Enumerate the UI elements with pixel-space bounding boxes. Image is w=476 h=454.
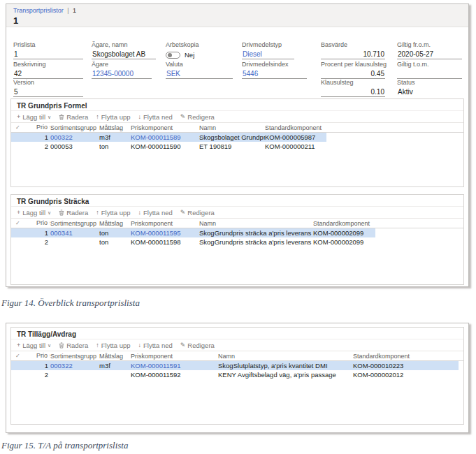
grid-link-cell[interactable]: KOM-000011589	[131, 133, 199, 142]
grid-cell: 2	[36, 371, 50, 379]
column-header-namn[interactable]: Namn	[218, 352, 353, 360]
column-header-mattslag[interactable]: Måttslag	[99, 219, 131, 228]
pencil-icon: ✎	[180, 210, 186, 216]
section-title: TR Tillägg/Avdrag	[11, 328, 463, 339]
add-button[interactable]: +Lägg till∨	[17, 113, 51, 121]
grid-cell: KOM-000005987	[265, 133, 463, 142]
field-label: Klausulsteg	[321, 79, 385, 87]
giltig-from-field: Giltig fr.o.m. 2020-05-27	[397, 41, 462, 59]
add-button[interactable]: +Lägg till∨	[17, 342, 51, 349]
grid-link-cell[interactable]: 000341	[50, 229, 99, 237]
grid-cell: ET 190819	[199, 142, 265, 151]
move-up-button[interactable]: ↑Flytta upp	[96, 113, 130, 121]
pencil-icon: ✎	[180, 114, 186, 120]
chevron-down-icon: ∨	[48, 210, 51, 216]
basvarde-input[interactable]: 10.710	[321, 49, 385, 59]
table-row[interactable]: 1000341tonKOM-000011595SkogGrundpris str…	[11, 228, 463, 237]
version-input[interactable]: 5	[13, 87, 83, 97]
drivmedelsindex-field: Drivmedelsindex 5446	[242, 61, 307, 79]
column-header-namn[interactable]: Namn	[199, 124, 265, 132]
prislista-input[interactable]: 1	[13, 49, 83, 59]
column-header-standardkomponent[interactable]: Standardkomponent	[313, 219, 463, 228]
field-label: Drivmedelsindex	[242, 61, 307, 68]
table-row[interactable]: 2KOM-000011592KENY Avgiftsbelagd väg, a'…	[11, 370, 463, 379]
column-header-sortimentsgrupp[interactable]: Sortimentsgrupp	[50, 124, 99, 132]
column-header-sortimentsgrupp[interactable]: Sortimentsgrupp	[50, 219, 99, 228]
edit-button[interactable]: ✎Redigera	[180, 342, 215, 349]
status-value: Aktiv	[397, 87, 462, 97]
column-header-standardkomponent[interactable]: Standardkomponent	[353, 352, 463, 360]
table-row[interactable]: 1000322m3fKOM-000011591SkogSlutplatstyp,…	[11, 361, 463, 370]
tr-tillagg-avdrag-panel: TR Tillägg/Avdrag +Lägg till∨ Radera ↑Fl…	[6, 323, 469, 433]
column-header-prio[interactable]: Prio↑	[36, 351, 50, 360]
move-up-button[interactable]: ↑Flytta upp	[96, 342, 130, 349]
select-all-checkmark-icon[interactable]: ✓	[11, 352, 36, 360]
procent-input[interactable]: 0.45	[321, 68, 385, 79]
column-header-sortimentsgrupp[interactable]: Sortimentsgrupp	[50, 352, 99, 360]
delete-button[interactable]: Radera	[59, 113, 88, 121]
beskrivning-input[interactable]: 42	[13, 68, 83, 79]
add-button[interactable]: +Lägg till∨	[17, 209, 51, 217]
table-row[interactable]: 1000322m3fKOM-000011589Skogsbolaget Grun…	[11, 133, 463, 142]
field-label: Valuta	[166, 61, 233, 68]
field-label: Giltig fr.o.m.	[397, 41, 462, 49]
giltig-tom-input[interactable]	[397, 68, 462, 79]
column-header-namn[interactable]: Namn	[199, 219, 313, 228]
grid-link-cell[interactable]: 000322	[50, 133, 99, 142]
arrow-up-icon: ↑	[96, 210, 99, 216]
grid-body: 1000322m3fKOM-000011589Skogsbolaget Grun…	[11, 133, 463, 151]
grid-link-cell[interactable]: 000322	[50, 362, 99, 370]
section-tr-grundpris-stracka: TR Grundpris Sträcka +Lägg till∨ Radera …	[10, 194, 464, 285]
grid-cell: KOM-000011598	[131, 238, 199, 247]
table-row[interactable]: 2000053tonKOM-000011590ET 190819KOM-0000…	[11, 142, 463, 151]
arrow-down-icon: ↓	[138, 114, 142, 120]
move-down-button[interactable]: ↓Flytta ned	[138, 113, 173, 121]
breadcrumb-root-link[interactable]: Transportprislistor	[13, 7, 64, 14]
grid-cell: ton	[99, 142, 131, 151]
valuta-link[interactable]: SEK	[166, 68, 233, 79]
agare-namn-input[interactable]: Skogsbolaget AB	[92, 49, 156, 59]
drivmedelsindex-link[interactable]: 5446	[242, 68, 307, 79]
delete-button[interactable]: Radera	[59, 209, 88, 217]
grid-cell: 1	[36, 362, 50, 370]
edit-button[interactable]: ✎Redigera	[180, 209, 215, 217]
delete-button[interactable]: Radera	[59, 342, 88, 349]
grid-cell: KOM-000000211	[265, 142, 463, 151]
giltig-from-input[interactable]: 2020-05-27	[397, 49, 462, 59]
arbetskopia-toggle[interactable]	[166, 52, 180, 59]
column-header-prio[interactable]: Prio↑	[36, 219, 50, 228]
grid-cell: KOM-000010223	[353, 362, 463, 370]
field-label: Ägare	[92, 61, 152, 68]
move-down-button[interactable]: ↓Flytta ned	[138, 342, 173, 349]
grid-link-cell[interactable]: KOM-000011591	[131, 362, 218, 370]
klausulsteg-input[interactable]: 0.10	[321, 87, 385, 97]
field-label: Version	[13, 79, 83, 87]
prislista-field: Prislista 1	[13, 41, 83, 59]
field-label: Beskrivning	[13, 61, 83, 68]
plus-icon: +	[17, 342, 20, 349]
select-all-checkmark-icon[interactable]: ✓	[11, 124, 36, 132]
grid-cell: KENY Avgiftsbelagd väg, a'pris passage	[218, 371, 353, 379]
move-up-button[interactable]: ↑Flytta upp	[96, 209, 130, 217]
grid-cell: m3f	[99, 362, 131, 370]
edit-button[interactable]: ✎Redigera	[180, 113, 215, 121]
drivmedelstyp-link[interactable]: Diesel	[242, 49, 294, 59]
arrow-down-icon: ↓	[138, 210, 142, 216]
column-header-standardkomponent[interactable]: Standardkomponent	[265, 124, 463, 132]
grid-link-cell[interactable]: KOM-000011595	[131, 229, 199, 237]
field-label: Drivmedelstyp	[242, 41, 294, 49]
select-all-checkmark-icon[interactable]: ✓	[11, 219, 36, 228]
move-down-button[interactable]: ↓Flytta ned	[138, 209, 173, 217]
column-header-mattslag[interactable]: Måttslag	[99, 124, 131, 132]
column-header-mattslag[interactable]: Måttslag	[99, 352, 131, 360]
field-label: Arbetskopia	[166, 41, 233, 49]
column-header-priskomponent[interactable]: Priskomponent	[131, 124, 199, 132]
column-header-priskomponent[interactable]: Priskomponent	[131, 352, 218, 360]
column-header-priskomponent[interactable]: Priskomponent	[131, 219, 199, 228]
table-row[interactable]: 2tonKOM-000011598SkogGrundpris sträcka a…	[11, 237, 463, 247]
procent-per-klausulsteg-field: Procent per klausulsteg 0.45	[321, 61, 385, 79]
column-header-prio[interactable]: Prio↑	[36, 123, 50, 132]
field-label: Status	[397, 79, 462, 87]
agare-link[interactable]: 12345-00000	[92, 68, 152, 79]
grid-cell: 2	[36, 142, 50, 151]
